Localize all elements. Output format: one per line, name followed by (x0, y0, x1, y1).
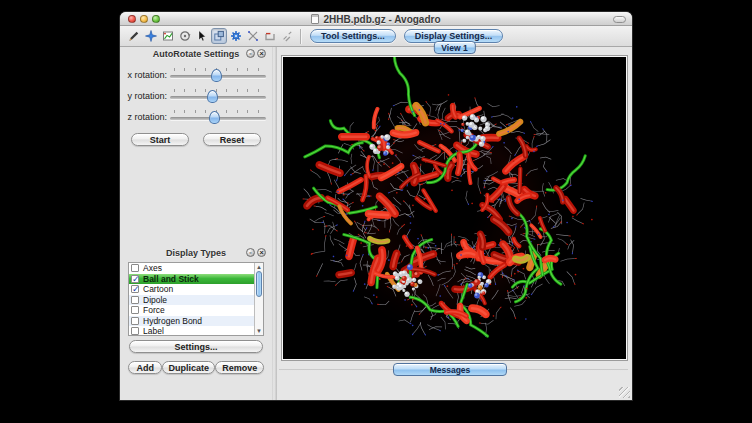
reset-button[interactable]: Reset (203, 133, 261, 146)
tool-settings-button[interactable]: Tool Settings... (310, 29, 396, 43)
zmatrix-tool-icon[interactable] (279, 28, 295, 44)
display-type-row-ball-and-stick[interactable]: ✓Ball and Stick (129, 274, 254, 285)
gl-viewport[interactable] (281, 55, 628, 361)
settings-button[interactable]: Settings... (129, 340, 263, 353)
display-type-row-axes[interactable]: Axes (129, 263, 254, 274)
display-type-label: Ball and Stick (143, 274, 199, 284)
display-type-row-cartoon[interactable]: ✓Cartoon (129, 284, 254, 295)
dock-float-button[interactable]: ▫ (246, 49, 255, 58)
document-icon (311, 14, 319, 24)
y-rotation-row: y rotation: (126, 85, 266, 106)
add-button[interactable]: Add (128, 361, 162, 374)
duplicate-button[interactable]: Duplicate (162, 361, 215, 374)
window-title: 2HHB.pdb.gz - Avogadro (323, 14, 440, 25)
display-type-row-force[interactable]: Force (129, 305, 254, 316)
auto-optimize-tool-icon[interactable] (228, 28, 244, 44)
rotation-sliders: x rotation:y rotation:z rotation: (120, 60, 272, 127)
y-rotation-slider[interactable] (170, 88, 266, 104)
selection-tool-icon[interactable] (194, 28, 210, 44)
scrollbar[interactable]: ▲ ▼ (254, 263, 263, 335)
dock-close-button[interactable]: × (257, 248, 266, 257)
x-rotation-slider[interactable] (170, 67, 266, 83)
tool-buttons (126, 28, 295, 44)
unchecked-checkbox[interactable] (131, 296, 139, 304)
x-rotation-slider-thumb[interactable] (211, 69, 222, 82)
slider-groove[interactable] (170, 96, 266, 99)
x-rotation-label: x rotation: (126, 70, 170, 80)
measure-tool-icon[interactable] (245, 28, 261, 44)
auto-rotate-tool-icon[interactable] (211, 28, 227, 44)
titlebar[interactable]: 2HHB.pdb.gz - Avogadro (120, 12, 632, 26)
unchecked-checkbox[interactable] (131, 306, 139, 314)
display-type-label: Hydrogen Bond (143, 316, 202, 326)
slider-ticks (174, 89, 262, 92)
display-types-panel-title: Display Types (166, 248, 226, 258)
x-rotation-row: x rotation: (126, 64, 266, 85)
left-dock: AutoRotate Settings ▫ × x rotation:y rot… (120, 47, 272, 400)
resize-grip-icon[interactable] (619, 387, 630, 398)
z-rotation-label: z rotation: (126, 112, 170, 122)
scroll-up-icon[interactable]: ▲ (255, 263, 263, 271)
draw-tool-icon[interactable] (126, 28, 142, 44)
align-tool-icon[interactable] (262, 28, 278, 44)
unchecked-checkbox[interactable] (131, 317, 139, 325)
unchecked-checkbox[interactable] (131, 327, 139, 335)
scroll-down-icon[interactable]: ▼ (255, 327, 263, 335)
z-rotation-slider[interactable] (170, 109, 266, 125)
display-type-label: Label (143, 326, 164, 336)
main-view-area: View 1 Messages (277, 47, 632, 400)
display-type-label: Cartoon (143, 284, 173, 294)
navigate-tool-icon[interactable] (143, 28, 159, 44)
display-types-panel-header: Display Types ▫ × (120, 246, 272, 259)
display-type-row-dipole[interactable]: Dipole (129, 295, 254, 306)
title-wrap: 2HHB.pdb.gz - Avogadro (120, 12, 632, 26)
z-rotation-slider-thumb[interactable] (209, 111, 220, 124)
unchecked-checkbox[interactable] (131, 264, 139, 272)
autorotate-panel-header: AutoRotate Settings ▫ × (120, 47, 272, 60)
messages-button[interactable]: Messages (393, 363, 507, 376)
bond-centric-tool-icon[interactable] (160, 28, 176, 44)
remove-button[interactable]: Remove (215, 361, 264, 374)
y-rotation-label: y rotation: (126, 91, 170, 101)
display-types-panel: Display Types ▫ × Axes✓Ball and Stick✓Ca… (120, 246, 272, 374)
scrollbar-thumb[interactable] (256, 271, 262, 297)
start-button[interactable]: Start (131, 133, 189, 146)
toolbar: Tool Settings... Display Settings... (120, 26, 632, 47)
manipulate-tool-icon[interactable] (177, 28, 193, 44)
dock-float-button[interactable]: ▫ (246, 248, 255, 257)
display-types-rows: Axes✓Ball and Stick✓CartoonDipoleForceHy… (129, 263, 254, 336)
display-type-label: Force (143, 305, 165, 315)
molecule-render[interactable] (283, 57, 628, 361)
checked-checkbox[interactable]: ✓ (131, 285, 139, 293)
avogadro-window: 2HHB.pdb.gz - Avogadro Tool Settings... … (120, 12, 632, 400)
autorotate-panel-title: AutoRotate Settings (153, 49, 240, 59)
display-type-label: Dipole (143, 295, 167, 305)
autorotate-settings-panel: AutoRotate Settings ▫ × x rotation:y rot… (120, 47, 272, 146)
display-type-label: Axes (143, 263, 162, 273)
desktop: 2HHB.pdb.gz - Avogadro Tool Settings... … (0, 0, 752, 423)
display-type-row-hydrogen-bond[interactable]: Hydrogen Bond (129, 316, 254, 327)
toolbar-separator (300, 29, 301, 44)
dock-close-button[interactable]: × (257, 49, 266, 58)
display-type-row-label[interactable]: Label (129, 326, 254, 336)
view-1-tab[interactable]: View 1 (433, 41, 475, 54)
display-types-list: Axes✓Ball and Stick✓CartoonDipoleForceHy… (128, 262, 264, 336)
z-rotation-row: z rotation: (126, 106, 266, 127)
checked-checkbox[interactable]: ✓ (131, 275, 139, 283)
toolbar-toggle-lozenge[interactable] (613, 16, 626, 23)
